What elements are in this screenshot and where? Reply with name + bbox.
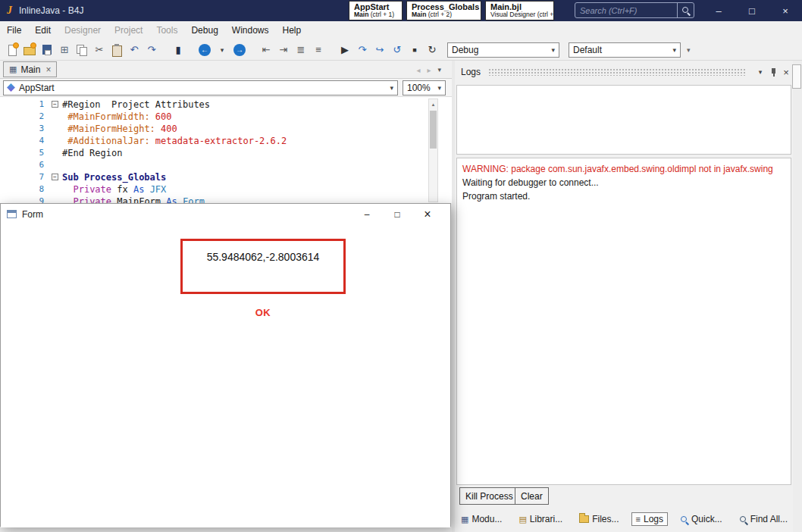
tab-list-dropdown-icon[interactable]: ▾: [437, 66, 441, 74]
magnifier-glyph: [681, 6, 691, 15]
outdent-icon[interactable]: ⇤: [258, 42, 274, 58]
menu-item-debug[interactable]: Debug: [184, 22, 224, 39]
uncomment-icon[interactable]: ≡: [311, 42, 326, 58]
step-over-icon[interactable]: ↷: [355, 42, 370, 58]
navigate-back-dropdown-icon[interactable]: ▾: [215, 42, 230, 58]
stop-icon[interactable]: ■: [407, 42, 422, 58]
bottom-tab-quick[interactable]: Quick...: [675, 512, 727, 526]
logs-panel-title: Logs: [461, 67, 481, 77]
minimize-button[interactable]: –: [702, 0, 735, 21]
indent-icon[interactable]: ⇥: [276, 42, 291, 58]
bottom-tab-find-all[interactable]: Find All...: [735, 512, 792, 526]
code-token: fx: [111, 184, 133, 195]
clear-button[interactable]: Clear: [515, 487, 549, 505]
navigate-forward-icon[interactable]: →: [233, 44, 246, 56]
new-icon[interactable]: [5, 42, 20, 58]
tab-close-icon[interactable]: ×: [45, 64, 51, 75]
zoom-selector[interactable]: 100% ▾: [403, 80, 446, 95]
fold-margin: [49, 196, 62, 203]
logs-close-icon[interactable]: ×: [780, 67, 792, 78]
paste-icon[interactable]: [109, 42, 124, 58]
panel-drag-handle[interactable]: [488, 68, 747, 76]
step-out-icon[interactable]: ↺: [390, 42, 405, 58]
bookmark-icon[interactable]: ▮: [171, 42, 186, 58]
code-scrollbar[interactable]: ▴: [428, 99, 438, 202]
logs-output[interactable]: WARNING: package com.sun.javafx.embed.sw…: [456, 158, 791, 485]
fold-toggle-icon[interactable]: −: [52, 174, 58, 180]
modules-icon: ▦: [461, 515, 468, 524]
redo-icon[interactable]: ↷: [144, 42, 159, 58]
module-icon: [7, 83, 15, 92]
cut-icon[interactable]: ✂: [92, 42, 107, 58]
ok-button[interactable]: OK: [180, 307, 346, 318]
code-token: JFX: [150, 184, 167, 195]
navigate-back-icon[interactable]: ←: [199, 44, 211, 56]
fold-toggle-icon[interactable]: −: [52, 101, 58, 108]
code-token: #Region Project Attributes: [62, 99, 210, 110]
vertical-splitter[interactable]: [452, 61, 455, 532]
bottom-tab-modu[interactable]: ▦Modu...: [456, 512, 506, 526]
menu-item-edit[interactable]: Edit: [28, 22, 58, 39]
panel-position-chevron-icon[interactable]: ▾: [754, 68, 766, 76]
scrollbar-thumb[interactable]: [430, 111, 437, 149]
code-token: #MainFormHeight:: [67, 124, 155, 134]
titlebar-module-tab-appstart[interactable]: AppStartMain (ctrl + 1): [349, 1, 403, 20]
form-maximize-button[interactable]: □: [382, 204, 412, 224]
form-title-bar[interactable]: Form – □ ×: [1, 204, 450, 224]
line-number: 6: [0, 159, 49, 171]
code-area[interactable]: 1−#Region Project Attributes2 #MainFormW…: [0, 97, 452, 203]
rebuild-icon[interactable]: ↻: [424, 42, 440, 58]
title-bar[interactable]: J InlineJava - B4J AppStartMain (ctrl + …: [0, 0, 802, 21]
open-icon[interactable]: [22, 42, 37, 58]
fold-margin: [49, 111, 62, 123]
module-selector[interactable]: AppStart ▾: [3, 80, 398, 95]
run-config-select[interactable]: Default ▾: [569, 42, 681, 58]
menu-item-windows[interactable]: Windows: [225, 22, 276, 39]
menu-item-file[interactable]: File: [0, 22, 28, 39]
bottom-tab-logs[interactable]: ≡Logs: [631, 512, 668, 526]
module-grid-icon: ▦: [9, 65, 17, 74]
toolbar-overflow-icon[interactable]: ▾: [687, 46, 691, 54]
code-text: Private MainForm As Form: [62, 196, 205, 203]
search-input[interactable]: [575, 6, 677, 15]
bottom-tab-librari[interactable]: ▤Librari...: [514, 512, 567, 526]
pin-icon[interactable]: [767, 67, 779, 77]
scroll-up-icon[interactable]: ▴: [429, 99, 437, 109]
maximize-button[interactable]: □: [735, 0, 769, 21]
run-icon[interactable]: ▶: [337, 42, 352, 58]
build-config-select[interactable]: Debug ▾: [447, 42, 559, 58]
b4j-ide-window: J InlineJava - B4J AppStartMain (ctrl + …: [0, 0, 802, 532]
code-line: 9 Private MainForm As Form: [0, 196, 452, 203]
menu-item-help[interactable]: Help: [276, 22, 309, 39]
close-button[interactable]: ×: [769, 0, 802, 21]
comment-icon[interactable]: ≣: [293, 42, 309, 58]
line-number: 3: [0, 123, 49, 135]
search-box[interactable]: [575, 2, 694, 18]
fold-margin: [49, 135, 62, 147]
kill-process-button[interactable]: Kill Process: [459, 487, 519, 505]
undo-icon[interactable]: ↶: [127, 42, 142, 58]
code-text: #MainFormWidth: 600: [62, 111, 172, 123]
step-into-icon[interactable]: ↪: [372, 42, 387, 58]
code-token: #AdditionalJar:: [67, 136, 149, 146]
form-close-button[interactable]: ×: [412, 204, 443, 224]
module-tab-subtitle: Main (ctrl + 1): [354, 11, 397, 18]
bottom-tab-files[interactable]: Files...: [575, 512, 623, 526]
code-text: #Region Project Attributes: [62, 99, 210, 111]
menu-item-project: Project: [108, 22, 149, 39]
code-token: As: [166, 196, 177, 203]
line-number: 4: [0, 135, 49, 147]
titlebar-module-tab-process-globals[interactable]: Process_GlobalsMain (ctrl + 2): [406, 1, 481, 20]
tab-main[interactable]: ▦ Main ×: [3, 61, 57, 77]
line-number: 1: [0, 99, 49, 111]
form-minimize-button[interactable]: –: [352, 204, 382, 224]
code-text: #MainFormHeight: 400: [62, 123, 177, 135]
tab-nav-left-icon[interactable]: ◂: [416, 66, 420, 74]
code-line: 1−#Region Project Attributes: [0, 99, 452, 111]
titlebar-module-tab-main-bjl[interactable]: Main.bjlVisual Designer (ctrl +: [485, 1, 554, 20]
save-icon[interactable]: [39, 42, 55, 58]
save-all-icon[interactable]: ⊞: [57, 42, 72, 58]
search-icon[interactable]: [677, 3, 694, 17]
copy-icon[interactable]: [74, 42, 89, 58]
tab-nav-right-icon[interactable]: ▸: [427, 66, 431, 74]
